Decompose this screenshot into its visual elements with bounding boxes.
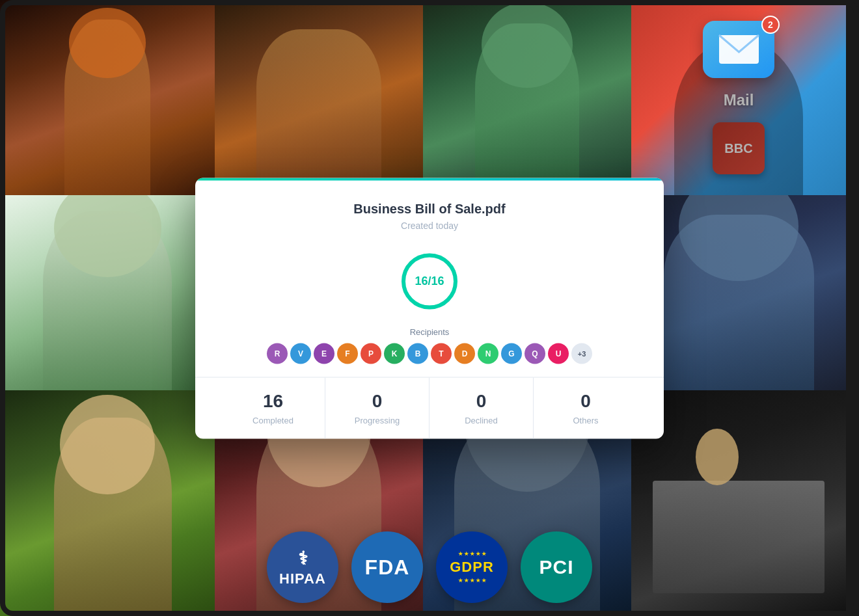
fda-text: FDA <box>365 556 410 580</box>
avatar-bubble: R <box>267 343 288 364</box>
document-card: Business Bill of Sale.pdf Created today … <box>195 178 664 438</box>
stat-number-2: 0 <box>440 390 523 411</box>
avatar-more: +3 <box>571 343 592 364</box>
avatar-bubble: N <box>478 343 498 364</box>
stat-label-2: Declined <box>465 415 498 425</box>
gdpr-stars-top: ★★★★★ <box>458 551 486 557</box>
stat-cell-declined: 0 Declined <box>430 377 534 438</box>
stat-cell-progressing: 0 Progressing <box>325 377 430 438</box>
gdpr-stars-bottom: ★★★★★ <box>458 578 486 583</box>
pci-badge: PCI <box>521 531 592 603</box>
pci-text: PCI <box>539 556 573 578</box>
recipients-section: Recipients RVEFPKBTDNGQU+3 <box>221 327 638 364</box>
avatar-bubble: D <box>454 343 475 364</box>
avatar-bubble: T <box>431 343 452 364</box>
avatar-bubble: F <box>337 343 358 364</box>
bg-photo-5 <box>0 195 215 390</box>
avatar-bubble: B <box>407 343 428 364</box>
mail-badge: 2 <box>761 16 780 34</box>
progress-container: 16/16 <box>221 248 638 314</box>
bg-photo-2 <box>215 0 423 195</box>
stat-number-0: 16 <box>232 390 314 411</box>
avatars-row: RVEFPKBTDNGQU+3 <box>221 343 638 364</box>
card-content: Business Bill of Sale.pdf Created today … <box>195 180 664 438</box>
fda-badge: FDA <box>351 531 423 603</box>
compliance-badges: ⚕ HIPAA FDA ★★★★★ GDPR ★★★★★ PCI <box>267 531 592 603</box>
stat-label-1: Progressing <box>355 415 400 425</box>
stats-row: 16 Completed 0 Progressing 0 Declined 0 … <box>221 377 638 438</box>
recipients-label: Recipients <box>221 327 638 336</box>
stat-cell-others: 0 Others <box>534 377 638 438</box>
gdpr-text: GDPR <box>450 559 494 576</box>
stat-label-0: Completed <box>252 415 293 425</box>
avatar-bubble: G <box>501 343 522 364</box>
gdpr-badge: ★★★★★ GDPR ★★★★★ <box>436 531 508 603</box>
avatar-bubble: Q <box>525 343 545 364</box>
mail-label: Mail <box>724 91 754 109</box>
stat-label-3: Others <box>573 415 598 425</box>
hipaa-badge: ⚕ HIPAA <box>267 531 338 603</box>
hipaa-text: HIPAA <box>279 570 326 587</box>
progress-text: 16/16 <box>415 275 444 288</box>
stat-number-1: 0 <box>336 390 418 411</box>
avatar-bubble: V <box>290 343 311 364</box>
bg-photo-4-mail: 2 Mail BBC <box>631 0 846 195</box>
avatar-bubble: U <box>548 343 569 364</box>
avatar-bubble: K <box>384 343 405 364</box>
bg-photo-1 <box>0 0 215 195</box>
progress-circle: 16/16 <box>397 248 462 314</box>
document-title: Business Bill of Sale.pdf <box>221 201 638 216</box>
avatar-bubble: E <box>314 343 334 364</box>
stat-cell-completed: 16 Completed <box>221 377 325 438</box>
avatar-bubble: P <box>361 343 381 364</box>
stat-number-3: 0 <box>544 390 627 411</box>
document-subtitle: Created today <box>221 220 638 230</box>
bg-photo-3 <box>423 0 631 195</box>
bg-photo-9 <box>0 390 215 616</box>
